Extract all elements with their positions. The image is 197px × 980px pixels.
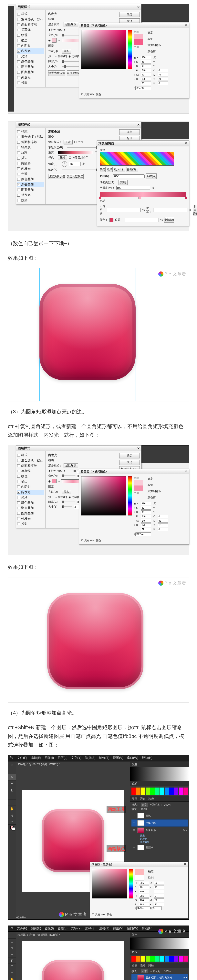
technique-dropdown[interactable]: 柔和: [62, 49, 71, 54]
fg-bg-swatch-icon[interactable]: [8, 824, 16, 831]
source-center-radio[interactable]: ○ 居中(E): [55, 55, 67, 58]
stop-pos-input[interactable]: [153, 208, 187, 212]
swatches-panel-tab[interactable]: 色板: [130, 950, 189, 955]
gradient-tool-icon[interactable]: ◧: [8, 958, 16, 964]
y-input[interactable]: [158, 77, 168, 81]
technique-dropdown[interactable]: 柔和: [62, 490, 71, 494]
sv-field[interactable]: [81, 476, 127, 515]
menubar[interactable]: Ps 文件(F) 编辑(E) 图像(I) 图层(L) 文字(Y) 选择(S) 滤…: [8, 755, 189, 761]
b-input[interactable]: [141, 64, 151, 68]
stop-opacity-input[interactable]: [107, 208, 141, 212]
stop-color-swatch[interactable]: [109, 218, 114, 222]
angle-dial[interactable]: [62, 161, 67, 167]
blendmode-dropdown[interactable]: 正常: [141, 969, 148, 973]
style-item[interactable]: 投影: [17, 80, 44, 86]
hex-input[interactable]: [135, 86, 151, 90]
canvas-area[interactable]: 未标题-3 @ 66.7% (画笔, RGB/8) *: [16, 932, 130, 980]
add-swatch-button[interactable]: 添加到色板: [146, 489, 163, 494]
menu-item[interactable]: 编辑(E): [30, 926, 41, 931]
layer-row[interactable]: 👁圆角矩形 1 拷贝 内发光fx ▾: [131, 974, 188, 980]
l-input[interactable]: [141, 81, 151, 85]
menu-item[interactable]: 图层(L): [58, 756, 68, 760]
close-icon[interactable]: ✕: [185, 24, 187, 27]
hex-input[interactable]: [136, 906, 150, 910]
marquee-tool-icon[interactable]: □: [8, 939, 16, 945]
menu-item[interactable]: 滤镜(T): [99, 926, 109, 931]
menu-item[interactable]: 图像(I): [45, 926, 54, 931]
smooth-input[interactable]: [116, 186, 150, 190]
menu-item[interactable]: 视图(V): [113, 926, 123, 931]
style-item[interactable]: 图案叠加: [17, 70, 44, 75]
menu-item[interactable]: 滤镜(T): [99, 756, 109, 760]
brush-tool-icon[interactable]: ✎: [8, 775, 16, 781]
layer-fx-item[interactable]: 渐变叠加: [140, 841, 188, 844]
menu-item[interactable]: 选择(S): [85, 926, 95, 931]
type-tool-icon[interactable]: T: [8, 793, 16, 800]
menu-item[interactable]: 选择(S): [85, 756, 95, 760]
grad-type-dropdown[interactable]: 实底: [119, 180, 128, 185]
scale-slider[interactable]: [62, 170, 98, 170]
document-canvas[interactable]: [22, 940, 124, 980]
move-tool-icon[interactable]: ↕: [8, 932, 16, 939]
dither-check[interactable]: ☐ 仿色: [74, 140, 83, 144]
layer-row[interactable]: 👁图层 0: [131, 844, 188, 851]
pen-tool-icon[interactable]: ✒: [8, 781, 16, 787]
ok-button[interactable]: 确定: [119, 129, 140, 135]
g-input[interactable]: [141, 73, 151, 76]
style-item[interactable]: 斜面和浮雕: [17, 22, 44, 27]
menu-item[interactable]: 图像(I): [45, 756, 54, 760]
only-web-check[interactable]: ☐ 只有 Web 颜色: [81, 93, 101, 96]
style-item[interactable]: 外发光: [17, 75, 44, 80]
cancel-button[interactable]: 取消: [119, 460, 140, 465]
ok-button[interactable]: 确定: [100, 167, 106, 172]
make-default-button[interactable]: 设置为默认值: [48, 174, 65, 179]
load-button[interactable]: 载入(L)...: [114, 167, 125, 172]
close-icon[interactable]: ✕: [184, 862, 186, 866]
menu-item[interactable]: 帮助(H): [142, 756, 152, 760]
style-item[interactable]: 颜色叠加: [17, 59, 44, 64]
r-input[interactable]: [141, 68, 151, 72]
layers-tab[interactable]: 图层: [132, 964, 137, 967]
layer-fx-item[interactable]: 内发光: [140, 837, 188, 841]
ok-button[interactable]: 确定: [146, 476, 163, 481]
shape-tool-icon[interactable]: ◻: [8, 800, 16, 806]
menu-item[interactable]: 窗口(W): [127, 756, 138, 760]
menu-item[interactable]: 帮助(H): [142, 926, 152, 931]
close-icon[interactable]: ✕: [185, 470, 187, 473]
cancel-button[interactable]: 取消: [107, 167, 113, 172]
layer-row[interactable]: 👁画笔: [131, 812, 188, 819]
zoom-tool-icon[interactable]: ⌖: [8, 818, 16, 824]
cancel-button[interactable]: 取消: [146, 875, 155, 880]
blendmode-dropdown[interactable]: 正常: [141, 803, 148, 807]
swatches-panel-tab[interactable]: 色板: [130, 781, 189, 786]
paths-tab[interactable]: 路径: [148, 797, 154, 801]
h-input[interactable]: [141, 56, 151, 59]
grad-name-input[interactable]: [113, 175, 145, 178]
stop-pos-input-2[interactable]: [125, 218, 159, 222]
style-item[interactable]: 光泽: [17, 54, 44, 59]
eye-icon[interactable]: 👁: [132, 846, 136, 849]
blendmode-dropdown[interactable]: 正常: [64, 140, 73, 145]
style-item[interactable]: 描边: [17, 38, 44, 43]
dialog-titlebar[interactable]: 图层样式 ✕: [16, 4, 141, 10]
gradient-preview[interactable]: [58, 151, 93, 154]
hand-tool-icon[interactable]: ✋: [8, 806, 16, 812]
style-item[interactable]: 混合选项：默认: [17, 17, 44, 22]
eye-icon[interactable]: 👁: [132, 821, 136, 824]
menu-item[interactable]: 文件(F): [17, 926, 27, 931]
hue-slider[interactable]: [129, 869, 133, 899]
style-item[interactable]: 纹理: [17, 33, 44, 38]
channels-tab[interactable]: 通道: [140, 964, 146, 967]
style-item-gradient-overlay[interactable]: 渐变叠加: [17, 64, 44, 70]
shape-tool-icon[interactable]: ◻: [8, 970, 16, 976]
dialog-titlebar[interactable]: 图层样式 ✕: [16, 122, 141, 128]
brush-tool-icon[interactable]: ✎: [8, 945, 16, 951]
blendmode-dropdown[interactable]: 线性加深: [64, 463, 78, 468]
glow-color-swatch[interactable]: [52, 38, 56, 43]
close-icon[interactable]: ✕: [137, 5, 140, 9]
paths-tab[interactable]: 路径: [148, 964, 154, 967]
hue-slider[interactable]: [128, 30, 132, 69]
close-icon[interactable]: ✕: [185, 142, 187, 145]
layer-row[interactable]: 👁圆角矩形 1fx ▾: [131, 827, 188, 834]
gradient-presets[interactable]: [100, 152, 174, 165]
